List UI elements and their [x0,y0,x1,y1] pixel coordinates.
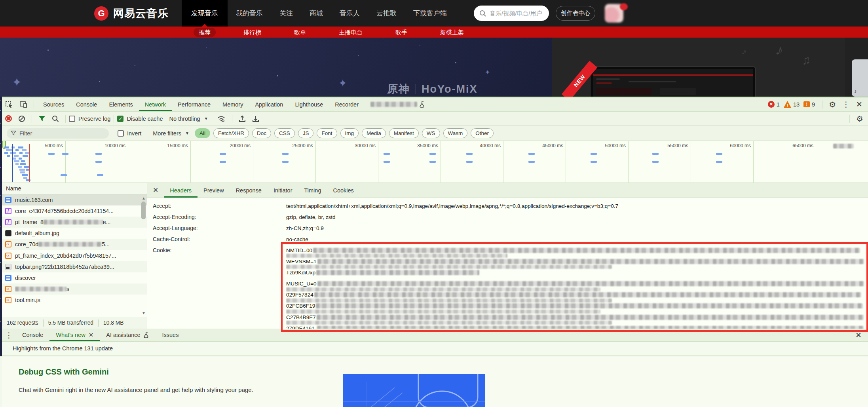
network-overview-timeline[interactable]: 5000 ms10000 ms15000 ms20000 ms25000 ms3… [2,141,868,183]
banner-promo-panel[interactable]: ♪ ♫ ♪ NEW [552,38,845,97]
request-row[interactable]: pt_frame_index_20bd42d07f5b948157... [2,250,147,261]
subnav-item[interactable]: 歌手 [390,28,412,37]
details-tab-initiator[interactable]: Initiator [268,183,298,198]
topnav-item[interactable]: 发现音乐 [182,0,228,27]
drawer-tab-ai-assistance[interactable]: AI assistance [100,329,156,341]
filter-input[interactable]: Filter [7,128,109,139]
hero-banner[interactable]: ✦ ✦ ✦ 原神 HoYo-MiX ♪ ♫ ♪ NEW ♪ [0,38,868,97]
devtools-tab-elements[interactable]: Elements [103,97,139,111]
more-filters-button[interactable]: More filters▼ [153,130,189,137]
details-tab-headers[interactable]: Headers [164,183,198,198]
subnav-item[interactable]: 主播电台 [334,28,368,37]
settings-gear-icon[interactable]: ⚙ [826,97,839,111]
topnav-item[interactable]: 下载客户端 [405,0,455,27]
devtools-tab-network[interactable]: Network [139,97,172,111]
record-network-log-icon[interactable] [2,112,15,126]
creator-center-button[interactable]: 创作者中心 [556,6,595,21]
drawer-tab-console[interactable]: Console [16,329,49,341]
filter-chip[interactable]: Wasm [443,128,468,138]
request-row[interactable]: core_c43074d7556bdcdc20dd141154... [2,205,147,217]
topnav-item[interactable]: 关注 [271,0,301,27]
request-row[interactable]: topbar.png?22b11818bb452a7abca39... [2,261,147,272]
error-badge-icon[interactable]: ✕ [768,101,775,108]
close-drawer-icon[interactable]: ✕ [852,329,865,341]
filter-chip[interactable]: All [195,128,210,138]
filter-chip[interactable]: Img [340,128,359,138]
subnav-item[interactable]: 新碟上架 [435,28,469,37]
filter-chip[interactable]: CSS [274,128,295,138]
name-column-header[interactable]: Name [2,183,147,194]
request-row[interactable]: tool.min.js [2,295,147,306]
devtools-tab-extension[interactable] [365,97,431,111]
devtools-tab-performance[interactable]: Performance [172,97,217,111]
invert-checkbox[interactable]: Invert [118,130,141,137]
more-menu-icon[interactable]: ⋮ [839,97,853,111]
import-har-icon[interactable] [236,112,249,126]
scrollbar-thumb[interactable] [141,202,146,219]
filter-chip[interactable]: Other [471,128,494,138]
filter-chip[interactable]: Media [362,128,386,138]
scrollbar-down-icon[interactable]: ▼ [142,311,146,315]
subnav-item[interactable]: 排行榜 [238,28,266,37]
export-har-icon[interactable] [249,112,262,126]
topnav-item[interactable]: 音乐人 [331,0,368,27]
cookie-line: NMTID=00 [286,247,868,253]
drawer-menu-icon[interactable]: ⋮ [2,329,16,341]
close-devtools-icon[interactable]: ✕ [853,97,866,111]
network-settings-gear-icon[interactable]: ⚙ [853,112,866,126]
issues-count[interactable]: 9 [812,101,815,108]
devtools-tab-lighthouse[interactable]: Lighthouse [289,97,329,111]
topnav-item[interactable]: 我的音乐 [228,0,271,27]
warning-badge-icon[interactable]: ! [784,101,791,108]
details-tab-response[interactable]: Response [230,183,268,198]
request-row[interactable]: music.163.com [2,194,147,205]
error-count[interactable]: 1 [777,101,780,108]
search-input[interactable] [490,10,545,17]
issues-badge-icon[interactable]: ! [803,101,810,107]
close-details-icon[interactable]: ✕ [147,183,164,198]
filter-chip[interactable]: JS [298,128,314,138]
network-conditions-icon[interactable] [214,112,229,126]
drawer-tab-what-s-new[interactable]: What's new✕ [49,329,100,341]
whats-new-card-title[interactable]: Debug CSS with Gemini [19,367,109,377]
drawer-tab-issues[interactable]: Issues [156,329,185,341]
site-logo[interactable]: G 网易云音乐 [94,0,169,27]
site-search[interactable] [474,6,549,21]
devtools-tab-memory[interactable]: Memory [217,97,249,111]
network-search-icon[interactable] [49,112,62,126]
devtools-tab-sources[interactable]: Sources [37,97,70,111]
music-note-icon: ♪ [741,46,748,57]
request-row[interactable]: discover [2,272,147,283]
request-bar [95,161,102,163]
filter-toggle-icon[interactable] [35,112,49,126]
topnav-item[interactable]: 商城 [301,0,331,27]
preserve-log-checkbox[interactable]: Preserve log [69,116,110,122]
device-toolbar-icon[interactable] [16,97,30,111]
warning-count[interactable]: 13 [793,101,800,108]
filter-chip[interactable]: Manifest [389,128,419,138]
inspect-element-icon[interactable] [2,97,16,111]
devtools-tab-console[interactable]: Console [70,97,103,111]
request-row[interactable]: pt_frame_8e... [2,217,147,228]
devtools-tab-recorder[interactable]: Recorder [329,97,365,111]
clear-network-log-icon[interactable] [15,112,28,126]
disable-cache-checkbox[interactable]: ✓Disable cache [117,116,163,122]
details-tab-cookies[interactable]: Cookies [327,183,359,198]
request-row[interactable]: s [2,283,147,295]
devtools-tab-application[interactable]: Application [249,97,289,111]
banner-side-widget[interactable]: ♪ [852,59,868,97]
close-tab-icon[interactable]: ✕ [89,331,94,339]
scrollbar-up-icon[interactable]: ▲ [142,196,146,200]
throttling-select[interactable]: No throttling▼ [169,116,208,122]
subnav-item[interactable]: 歌单 [289,28,311,37]
request-row[interactable]: default_album.jpg [2,228,147,239]
topnav-item[interactable]: 云推歌 [368,0,405,27]
filter-chip[interactable]: Fetch/XHR [213,128,249,138]
details-tab-preview[interactable]: Preview [198,183,230,198]
filter-chip[interactable]: Font [317,128,337,138]
filter-chip[interactable]: WS [422,128,440,138]
details-tab-timing[interactable]: Timing [298,183,327,198]
filter-chip[interactable]: Doc [252,128,271,138]
subnav-item[interactable]: 推荐 [194,28,216,37]
request-row[interactable]: core_70d5... [2,239,147,250]
